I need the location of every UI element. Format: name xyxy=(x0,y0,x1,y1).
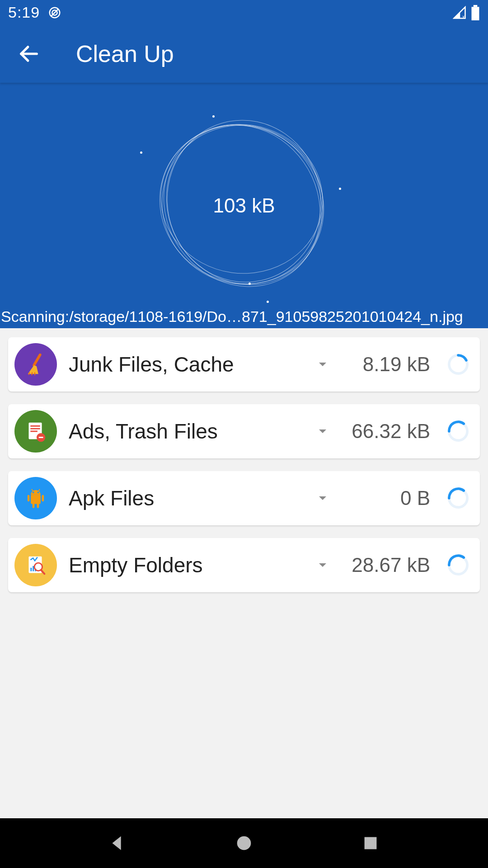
category-row-empty[interactable]: Empty Folders 28.67 kB xyxy=(8,538,480,592)
svg-point-36 xyxy=(237,836,251,850)
category-row-junk[interactable]: Junk Files, Cache 8.19 kB xyxy=(8,337,480,392)
category-list: Junk Files, Cache 8.19 kB Ads, Trash Fil… xyxy=(0,328,488,592)
nav-back-button[interactable] xyxy=(107,833,128,854)
loading-spinner-icon xyxy=(446,419,471,444)
category-label: Ads, Trash Files xyxy=(69,419,302,443)
expand-toggle[interactable] xyxy=(314,558,332,572)
page-title: Clean Up xyxy=(76,40,174,67)
svg-rect-37 xyxy=(365,837,377,849)
doc-remove-icon xyxy=(14,410,57,453)
svg-rect-5 xyxy=(472,7,479,20)
back-button[interactable] xyxy=(17,42,41,66)
svg-rect-30 xyxy=(30,568,32,571)
svg-rect-25 xyxy=(37,503,39,508)
total-size-label: 103 kB xyxy=(213,194,275,217)
category-size: 0 B xyxy=(343,487,434,509)
doc-search-icon xyxy=(14,544,57,586)
svg-line-7 xyxy=(34,355,40,365)
battery-icon xyxy=(471,5,480,20)
status-time: 5:19 xyxy=(8,4,40,21)
nav-recent-button[interactable] xyxy=(360,833,381,854)
svg-line-26 xyxy=(32,489,33,491)
svg-rect-22 xyxy=(28,495,30,502)
expand-toggle[interactable] xyxy=(314,424,332,439)
loading-spinner-icon xyxy=(446,552,471,578)
svg-rect-4 xyxy=(474,5,478,7)
nav-home-button[interactable] xyxy=(234,833,254,854)
dnd-icon xyxy=(48,6,61,19)
status-right: x xyxy=(453,5,480,20)
svg-line-9 xyxy=(32,372,32,375)
svg-rect-23 xyxy=(42,495,44,502)
category-size: 8.19 kB xyxy=(343,353,434,376)
svg-text:x: x xyxy=(462,14,465,19)
category-row-ads[interactable]: Ads, Trash Files 66.32 kB xyxy=(8,404,480,458)
loading-spinner-icon xyxy=(446,486,471,511)
category-size: 28.67 kB xyxy=(343,554,434,576)
svg-point-20 xyxy=(33,492,34,494)
system-nav-bar xyxy=(0,818,488,868)
status-left: 5:19 xyxy=(8,4,61,21)
android-icon xyxy=(14,477,57,519)
category-label: Junk Files, Cache xyxy=(69,352,302,377)
svg-rect-24 xyxy=(33,503,35,508)
svg-point-21 xyxy=(38,492,39,494)
signal-icon: x xyxy=(453,6,466,19)
loading-spinner-icon xyxy=(446,352,471,377)
hero-panel: 103 kB Scanning:/storage/1108-1619/Do…87… xyxy=(0,83,488,328)
category-label: Apk Files xyxy=(69,486,302,510)
expand-toggle[interactable] xyxy=(314,491,332,505)
expand-toggle[interactable] xyxy=(314,357,332,372)
broom-icon xyxy=(14,343,57,386)
status-bar: 5:19 x xyxy=(0,0,488,25)
svg-line-27 xyxy=(38,489,40,491)
category-label: Empty Folders xyxy=(69,553,302,577)
app-bar: Clean Up xyxy=(0,25,488,83)
svg-rect-19 xyxy=(31,495,41,504)
category-size: 66.32 kB xyxy=(343,420,434,443)
scanning-path-label: Scanning:/storage/1108-1619/Do…871_91059… xyxy=(0,307,488,328)
category-row-apk[interactable]: Apk Files 0 B xyxy=(8,471,480,525)
